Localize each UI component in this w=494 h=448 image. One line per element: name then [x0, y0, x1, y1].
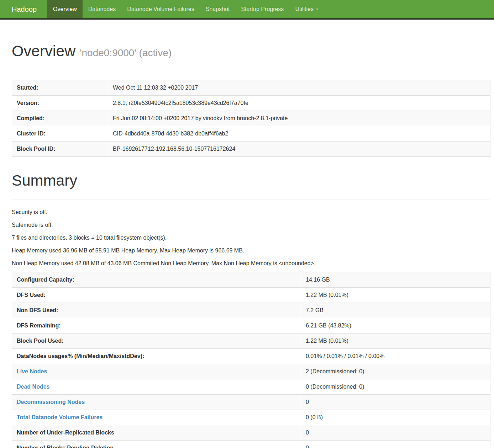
row-value: 0 (Decommissioned: 0)	[301, 379, 490, 395]
table-row: Number of Under-Replicated Blocks0	[12, 425, 490, 441]
nav-item-utilities[interactable]: Utilities	[289, 0, 324, 18]
row-label: Number of Blocks Pending Deletion	[12, 441, 301, 448]
nav-item-overview[interactable]: Overview	[47, 0, 83, 18]
row-value: 14.16 GB	[301, 272, 490, 288]
row-label: Block Pool ID:	[12, 142, 108, 157]
summary-table: Configured Capacity:14.16 GBDFS Used:1.2…	[12, 272, 490, 448]
main-content: Overview 'node0:9000' (active) Started:W…	[12, 42, 490, 448]
row-value: 7.2 GB	[301, 303, 490, 318]
row-value: Fri Jun 02 08:14:00 +0200 2017 by vinodk…	[108, 111, 490, 126]
nav-item-label: Snapshot	[206, 6, 230, 12]
row-label: Version:	[12, 96, 108, 111]
row-value: 0	[301, 425, 490, 441]
row-label: Total Datanode Volume Failures	[12, 410, 301, 425]
live-nodes-link[interactable]: Live Nodes	[17, 368, 47, 374]
page-title: Overview 'node0:9000' (active)	[12, 42, 490, 62]
row-label: Cluster ID:	[12, 126, 108, 142]
table-row: Number of Blocks Pending Deletion0	[12, 441, 490, 448]
nav-item-label: Startup Progress	[241, 6, 284, 12]
summary-paragraphs: Security is off.Safemode is off.7 files …	[12, 208, 490, 267]
overview-page-header: Overview 'node0:9000' (active)	[12, 42, 490, 70]
overview-info-table-body: Started:Wed Oct 11 12:03:32 +0200 2017Ve…	[12, 80, 490, 157]
table-row: Cluster ID:CID-4dbcd40a-870d-4d30-b382-d…	[12, 126, 490, 142]
table-row: DFS Remaining:6.21 GB (43.82%)	[12, 318, 490, 334]
row-value: 2 (Decommissioned: 0)	[301, 364, 490, 379]
page-title-subtitle: 'node0:9000' (active)	[80, 47, 172, 58]
row-value: 1.22 MB (0.01%)	[301, 288, 490, 303]
row-label: Started:	[12, 80, 108, 96]
table-row: Block Pool ID:BP-1692617712-192.168.56.1…	[12, 142, 490, 157]
summary-paragraph: Safemode is off.	[12, 221, 490, 229]
table-row: Version:2.8.1, r20fe5304904fc2f5a18053c3…	[12, 96, 490, 111]
row-value: Wed Oct 11 12:03:32 +0200 2017	[108, 80, 490, 96]
row-label: DFS Used:	[12, 288, 301, 303]
overview-info-table: Started:Wed Oct 11 12:03:32 +0200 2017Ve…	[12, 80, 490, 157]
summary-paragraph: Heap Memory used 36.96 MB of 55.91 MB He…	[12, 246, 490, 255]
page-title-text: Overview	[12, 42, 75, 59]
nav-item-label: Datanode Volume Failures	[127, 6, 194, 12]
nav-item-datanode-volume-failures[interactable]: Datanode Volume Failures	[121, 0, 200, 18]
navbar: Hadoop OverviewDatanodesDatanode Volume …	[0, 0, 494, 20]
row-value: CID-4dbcd40a-870d-4d30-b382-db0aff4f6ab2	[108, 126, 490, 142]
row-value: 0 (0 B)	[301, 410, 490, 425]
summary-table-body: Configured Capacity:14.16 GBDFS Used:1.2…	[12, 272, 490, 448]
row-label: Live Nodes	[12, 364, 301, 379]
table-row: Total Datanode Volume Failures0 (0 B)	[12, 410, 490, 425]
row-value: 1.22 MB (0.01%)	[301, 334, 490, 349]
table-row: Compiled:Fri Jun 02 08:14:00 +0200 2017 …	[12, 111, 490, 126]
nav-item-snapshot[interactable]: Snapshot	[200, 0, 236, 18]
table-row: Configured Capacity:14.16 GB	[12, 272, 490, 288]
nav-item-label: Overview	[53, 6, 77, 12]
row-value: 0	[301, 395, 490, 410]
row-label: Number of Under-Replicated Blocks	[12, 425, 301, 441]
table-row: Live Nodes2 (Decommissioned: 0)	[12, 364, 490, 379]
navbar-menu: OverviewDatanodesDatanode Volume Failure…	[47, 0, 324, 18]
row-label: DFS Remaining:	[12, 318, 301, 334]
table-row: Started:Wed Oct 11 12:03:32 +0200 2017	[12, 80, 490, 96]
decommissioning-nodes-link[interactable]: Decommissioning Nodes	[17, 399, 85, 405]
table-row: DataNodes usages% (Min/Median/Max/stdDev…	[12, 349, 490, 364]
row-label: Non DFS Used:	[12, 303, 301, 318]
nav-item-datanodes[interactable]: Datanodes	[83, 0, 121, 18]
dead-nodes-link[interactable]: Dead Nodes	[17, 384, 49, 390]
brand-hadoop[interactable]: Hadoop	[6, 0, 42, 18]
row-value: BP-1692617712-192.168.56.10-150771617262…	[108, 142, 490, 157]
row-label: Decommissioning Nodes	[12, 395, 301, 410]
summary-paragraph: Non Heap Memory used 42.08 MB of 43.06 M…	[12, 259, 490, 267]
summary-paragraph: 7 files and directories, 3 blocks = 10 t…	[12, 234, 490, 242]
row-label: DataNodes usages% (Min/Median/Max/stdDev…	[12, 349, 301, 364]
row-label: Compiled:	[12, 111, 108, 126]
table-row: DFS Used:1.22 MB (0.01%)	[12, 288, 490, 303]
nav-item-label: Utilities	[295, 6, 314, 12]
row-value: 0.01% / 0.01% / 0.01% / 0.00%	[301, 349, 490, 364]
row-value: 6.21 GB (43.82%)	[301, 318, 490, 334]
row-value: 2.8.1, r20fe5304904fc2f5a18053c389e43cd2…	[108, 96, 490, 111]
summary-paragraph: Security is off.	[12, 208, 490, 216]
chevron-down-icon	[316, 9, 319, 10]
row-label: Configured Capacity:	[12, 272, 301, 288]
summary-heading: Summary	[12, 172, 490, 189]
row-label: Dead Nodes	[12, 379, 301, 395]
table-row: Decommissioning Nodes0	[12, 395, 490, 410]
summary-page-header: Summary	[12, 172, 490, 199]
nav-item-label: Datanodes	[88, 6, 116, 12]
row-value: 0	[301, 441, 490, 448]
total-datanode-volume-failures-link[interactable]: Total Datanode Volume Failures	[17, 414, 103, 420]
row-label: Block Pool Used:	[12, 334, 301, 349]
nav-item-startup-progress[interactable]: Startup Progress	[235, 0, 289, 18]
table-row: Block Pool Used:1.22 MB (0.01%)	[12, 334, 490, 349]
table-row: Non DFS Used:7.2 GB	[12, 303, 490, 318]
table-row: Dead Nodes0 (Decommissioned: 0)	[12, 379, 490, 395]
